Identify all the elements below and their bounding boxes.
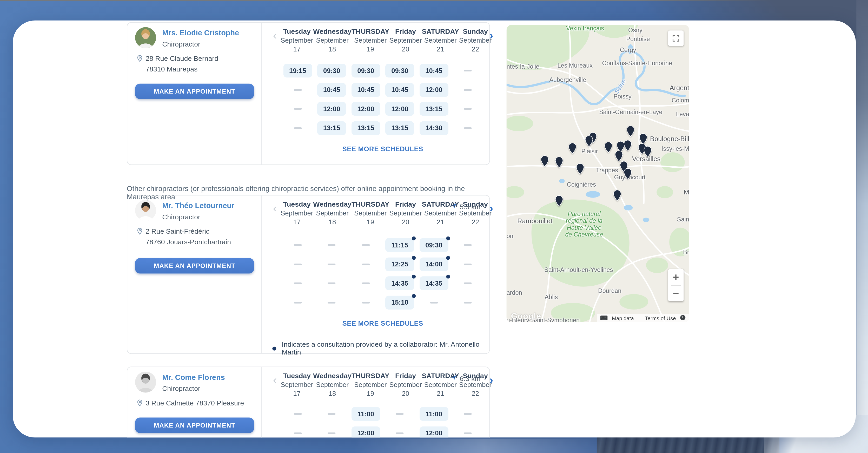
- time-slot[interactable]: 12:25: [385, 257, 414, 271]
- previous-week-button[interactable]: ‹: [273, 203, 277, 214]
- doctor-avatar: [135, 27, 156, 48]
- time-slot[interactable]: 19:15: [283, 64, 312, 78]
- schedule-cell: 11:00: [349, 407, 383, 421]
- schedule-cell: [281, 83, 315, 97]
- keyboard-shortcuts-icon[interactable]: [600, 315, 608, 322]
- previous-week-button[interactable]: ‹: [273, 374, 277, 386]
- schedule-cell: [315, 257, 349, 271]
- time-slot[interactable]: 12:00: [420, 83, 448, 97]
- collaborator-dot-icon: [446, 256, 450, 260]
- map-pin[interactable]: [604, 141, 613, 155]
- no-availability: [362, 282, 370, 284]
- time-slot[interactable]: 12:00: [385, 102, 414, 116]
- no-availability: [362, 302, 370, 303]
- map-label: Br: [683, 249, 689, 255]
- time-slot[interactable]: 11:00: [351, 407, 380, 421]
- schedule-cell: [315, 407, 349, 421]
- time-slot[interactable]: 12:00: [351, 426, 380, 437]
- map-pin[interactable]: [613, 190, 621, 204]
- time-slot[interactable]: 14:00: [420, 257, 448, 271]
- time-slot[interactable]: 13:15: [317, 121, 346, 135]
- day-name: THURSDAY: [351, 28, 390, 36]
- map-label: Conflans-Sainte-Honorine: [602, 60, 672, 67]
- day-month: September: [422, 381, 459, 389]
- day-month: September: [459, 36, 492, 45]
- doctor-name-link[interactable]: Mr. Théo Letourneur: [162, 202, 234, 210]
- time-slot[interactable]: 10:45: [420, 64, 448, 78]
- time-slot[interactable]: 10:45: [317, 83, 346, 97]
- map-pin[interactable]: [624, 140, 632, 154]
- map-pin[interactable]: [555, 156, 563, 170]
- day-name: SATURDAY: [422, 28, 459, 36]
- see-more-schedules-link[interactable]: SEE MORE SCHEDULES: [281, 145, 485, 153]
- schedule-cell: [281, 238, 315, 252]
- time-slot[interactable]: 12:00: [351, 102, 380, 116]
- map-pin[interactable]: [568, 143, 577, 156]
- doctor-name-link[interactable]: Mr. Come Florens: [162, 373, 225, 382]
- background-glow: [354, 439, 614, 453]
- day-column-header: SundaySeptember22: [459, 372, 492, 398]
- schedule-row: 19:1509:3009:3009:3010:45: [281, 64, 485, 78]
- map-attribution: Map dataTerms of Use: [597, 314, 689, 322]
- day-number: 21: [422, 389, 459, 398]
- time-slot[interactable]: 13:15: [420, 102, 448, 116]
- day-month: September: [459, 381, 492, 389]
- no-availability: [464, 432, 472, 434]
- map-pin[interactable]: [644, 146, 652, 160]
- map-label: Pontoise: [626, 35, 650, 42]
- make-appointment-button[interactable]: MAKE AN APPOINTMENT: [135, 84, 254, 99]
- time-slot[interactable]: 09:30: [385, 64, 414, 78]
- schedule-cell: [281, 257, 315, 271]
- time-slot[interactable]: 09:30: [317, 64, 346, 78]
- fullscreen-button[interactable]: [668, 30, 684, 46]
- time-slot[interactable]: 11:15: [385, 238, 414, 252]
- time-slot[interactable]: 12:00: [420, 426, 448, 437]
- park-name-label: Parc naturelrégional de laHaute Valléede…: [565, 210, 603, 238]
- time-slot[interactable]: 15:10: [385, 296, 414, 309]
- make-appointment-button[interactable]: MAKE AN APPOINTMENT: [135, 418, 254, 433]
- map-pin[interactable]: [624, 168, 632, 182]
- terms-of-use-link[interactable]: Terms of Use: [645, 315, 676, 321]
- time-slot[interactable]: 09:30: [420, 238, 448, 252]
- time-slot[interactable]: 14:30: [420, 121, 448, 135]
- time-slot[interactable]: 11:00: [420, 407, 448, 421]
- day-column-header: SundaySeptember22: [459, 28, 492, 54]
- time-slot[interactable]: 12:00: [317, 102, 346, 116]
- no-availability: [464, 302, 472, 303]
- zoom-out-button[interactable]: −: [668, 285, 684, 301]
- schedule-cell: 13:15: [417, 102, 451, 116]
- no-availability: [464, 89, 472, 90]
- map-pin[interactable]: [585, 135, 593, 149]
- day-month: September: [422, 36, 459, 45]
- doctor-name-link[interactable]: Mrs. Elodie Cristophe: [162, 29, 239, 37]
- see-more-schedules-link[interactable]: SEE MORE SCHEDULES: [281, 320, 485, 327]
- day-number: 18: [313, 389, 351, 398]
- doctor-avatar: [135, 372, 156, 393]
- map[interactable]: Vexin françaisOsnyPontoiseCergyConflans-…: [507, 25, 689, 322]
- zoom-in-button[interactable]: +: [668, 269, 684, 285]
- map-pin[interactable]: [576, 163, 584, 177]
- map-pin[interactable]: [541, 155, 549, 169]
- day-month: September: [281, 36, 313, 45]
- day-number: 21: [422, 45, 459, 54]
- time-slot[interactable]: 10:45: [385, 83, 414, 97]
- time-slot[interactable]: 13:15: [385, 121, 414, 135]
- map-label: Aubergenville: [549, 77, 586, 83]
- time-slot[interactable]: 13:15: [351, 121, 380, 135]
- time-slot[interactable]: 10:45: [351, 83, 380, 97]
- map-pin[interactable]: [626, 125, 635, 139]
- map-label: Ablis: [545, 294, 558, 300]
- time-slot[interactable]: 14:35: [420, 276, 448, 290]
- day-month: September: [351, 36, 390, 45]
- schedule-cell: [281, 276, 315, 290]
- make-appointment-button[interactable]: MAKE AN APPOINTMENT: [135, 258, 254, 274]
- doctor-specialty: Chiropractor: [162, 213, 200, 221]
- time-slot[interactable]: 14:35: [385, 276, 414, 290]
- card-divider: [261, 367, 262, 438]
- day-number: 22: [459, 45, 492, 54]
- report-problem-icon[interactable]: [680, 314, 686, 322]
- day-name: Sunday: [459, 201, 492, 209]
- time-slot[interactable]: 09:30: [351, 64, 380, 78]
- map-pin[interactable]: [555, 195, 563, 209]
- previous-week-button[interactable]: ‹: [273, 30, 277, 41]
